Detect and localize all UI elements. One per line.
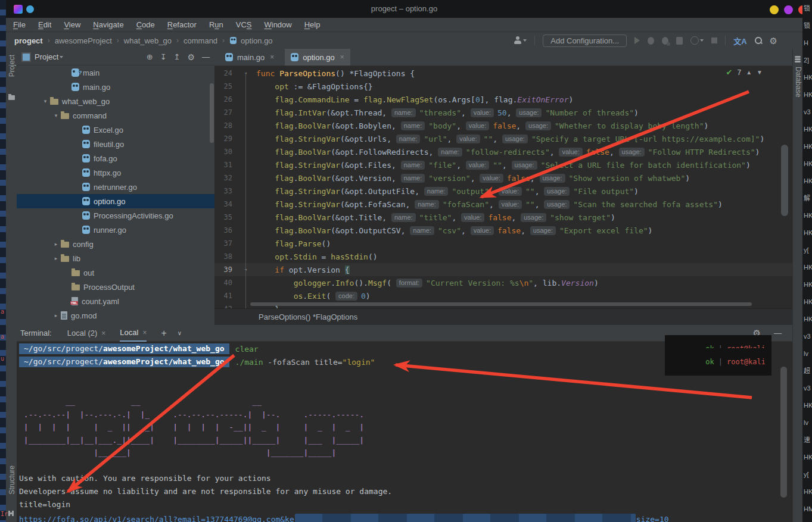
fold-marker-icon[interactable]: ▾	[241, 70, 256, 76]
close-icon[interactable]: ×	[270, 53, 274, 61]
tree-item-config[interactable]: ▸config	[17, 237, 214, 251]
chevron-down-icon[interactable]: ▾	[41, 98, 50, 104]
terminal-panel[interactable]: Terminal: Local (2) × Local × + ∨ ⚙ — ~/…	[17, 325, 792, 522]
breadcrumb-item-awesomeProject[interactable]: awesomeProject	[55, 36, 112, 45]
chevron-down-icon[interactable]: ▾	[51, 112, 61, 118]
terminal-tab-local[interactable]: Local ×	[120, 325, 147, 342]
editor-vertical-scrollbar[interactable]	[781, 145, 788, 216]
breadcrumb-item-command[interactable]: command	[183, 36, 217, 45]
tool-tab-project[interactable]: Project	[8, 55, 16, 79]
code-line-35[interactable]: 35 flag.BoolVar(&opt.Title, name:"title"…	[214, 211, 792, 224]
menu-item-run[interactable]: Run	[209, 20, 223, 29]
code-editor[interactable]: 24▾func ParseOptions() *FlagOptions {25 …	[214, 65, 792, 315]
tool-tab-structure[interactable]: Structure	[8, 465, 16, 497]
hide-panel-icon[interactable]: —	[202, 52, 210, 61]
code-line-38[interactable]: 38 opt.Stdin = hasStdin()	[214, 250, 792, 263]
code-line-31[interactable]: 31 flag.StringVar(&opt.Files, name:"file…	[214, 158, 792, 171]
breadcrumb-item-option.go[interactable]: option.go	[241, 36, 273, 45]
breadcrumb-item-progect[interactable]: progect	[14, 36, 43, 45]
new-terminal-button[interactable]: +	[161, 328, 166, 339]
tree-item-fofa.go[interactable]: fofa.go	[17, 151, 214, 165]
code-line-30[interactable]: 30 flag.BoolVar(&opt.FollowRedirects, na…	[214, 145, 792, 158]
prev-problem-icon[interactable]: ▲	[746, 69, 752, 76]
add-configuration-button[interactable]: Add Configuration...	[543, 35, 627, 47]
window-minimize-button[interactable]	[770, 5, 779, 14]
breadcrumb-item-what_web_go[interactable]: what_web_go	[124, 36, 172, 45]
hide-terminal-icon[interactable]: —	[774, 329, 782, 337]
collapse-all-icon[interactable]: ↥	[174, 52, 181, 61]
locate-file-icon[interactable]: ⊕	[147, 52, 153, 61]
tree-item-httpx.go[interactable]: httpx.go	[17, 165, 214, 180]
menu-item-edit[interactable]: Edit	[38, 20, 51, 29]
code-line-41[interactable]: 41 os.Exit( code:0)	[214, 289, 792, 302]
code-line-24[interactable]: 24▾func ParseOptions() *FlagOptions {	[214, 67, 792, 80]
chevron-right-icon[interactable]: ▸	[51, 312, 61, 318]
run-with-dropdown[interactable]	[690, 36, 704, 45]
menu-item-help[interactable]: Help	[304, 20, 321, 29]
tree-item-netrunner.go[interactable]: netrunner.go	[17, 180, 214, 194]
stop-icon[interactable]	[711, 37, 717, 43]
project-panel-title[interactable]: Project	[35, 52, 58, 61]
debug-icon[interactable]	[648, 37, 654, 45]
tree-item-ProcessingActivities.go[interactable]: ProcessingActivities.go	[17, 208, 214, 223]
code-line-32[interactable]: 32 flag.BoolVar(&opt.Version, name:"vers…	[214, 171, 792, 185]
code-line-26[interactable]: 26 flag.CommandLine = flag.NewFlagSet(os…	[214, 93, 792, 106]
inspections-widget[interactable]: ✔ 7 ▲ ▼	[726, 68, 763, 77]
code-line-34[interactable]: 34 flag.StringVar(&opt.FofaScan, name:"f…	[214, 198, 792, 211]
profiler-icon[interactable]	[676, 37, 683, 45]
next-problem-icon[interactable]: ▼	[757, 69, 763, 76]
tree-item-what_web_go[interactable]: ▾what_web_go	[17, 94, 214, 108]
chevron-down-icon[interactable]: ∨	[178, 330, 182, 336]
chevron-right-icon[interactable]: ▸	[51, 241, 61, 247]
close-icon[interactable]: ×	[142, 329, 147, 337]
code-line-36[interactable]: 36 flag.BoolVar(&opt.OutputCSV, name:"cs…	[214, 224, 792, 237]
chevron-right-icon[interactable]: ▸	[51, 255, 61, 261]
chevron-down-icon[interactable]	[60, 56, 63, 58]
fold-marker-icon[interactable]: ▾	[241, 267, 256, 273]
vcs-user-dropdown[interactable]	[514, 36, 527, 45]
window-maximize-button[interactable]	[784, 5, 793, 14]
tool-tab-database[interactable]: Database	[794, 67, 802, 99]
code-line-40[interactable]: 40 gologger.Info().Msgf( format:"Current…	[214, 276, 792, 289]
code-line-28[interactable]: 28 flag.BoolVar(&opt.Bobylen, name:"body…	[214, 119, 792, 132]
tree-item-lib[interactable]: ▸lib	[17, 251, 214, 265]
code-line-33[interactable]: 33 flag.StringVar(&opt.OutputFile, name:…	[214, 185, 792, 198]
translate-icon[interactable]: 文A	[733, 35, 746, 46]
terminal-tab-local-2[interactable]: Local (2) ×	[67, 325, 106, 342]
expand-all-icon[interactable]: ↧	[160, 52, 167, 61]
settings-gear-icon[interactable]: ⚙	[770, 36, 777, 45]
editor-tab-main-go[interactable]: main.go ×	[219, 49, 280, 65]
menu-item-refactor[interactable]: Refactor	[167, 20, 197, 29]
menu-item-window[interactable]: Window	[264, 20, 291, 29]
tree-item-Excel.go[interactable]: Excel.go	[17, 123, 214, 137]
tree-item-main[interactable]: main	[17, 65, 214, 80]
menu-item-file[interactable]: File	[13, 20, 26, 29]
menu-item-vcs[interactable]: VCS	[236, 20, 252, 29]
code-line-37[interactable]: 37 flag.Parse()	[214, 237, 792, 250]
panel-options-gear-icon[interactable]: ⚙	[187, 52, 195, 62]
tree-item-count.yaml[interactable]: count.yaml	[17, 294, 214, 308]
menu-item-code[interactable]: Code	[136, 20, 155, 29]
editor-breadcrumb-footer[interactable]: ParseOptions() *FlagOptions	[214, 308, 792, 325]
coverage-icon[interactable]	[662, 37, 668, 45]
tree-item-ProcessOutput[interactable]: ProcessOutput	[17, 280, 214, 294]
tree-item-option.go[interactable]: option.go	[17, 194, 214, 208]
editor-horizontal-scrollbar[interactable]	[250, 302, 752, 306]
code-line-27[interactable]: 27 flag.IntVar(&opt.Thread, name:"thread…	[214, 106, 792, 119]
terminal-scrollbar[interactable]	[780, 367, 787, 498]
code-line-29[interactable]: 29 flag.StringVar(&opt.Urls, name:"url",…	[214, 132, 792, 145]
menu-item-view[interactable]: View	[64, 20, 80, 29]
close-icon[interactable]: ×	[340, 53, 344, 61]
tree-item-command[interactable]: ▾command	[17, 108, 214, 123]
tree-item-fileutil.go[interactable]: fileutil.go	[17, 137, 214, 151]
close-icon[interactable]: ×	[101, 329, 105, 337]
search-icon[interactable]	[755, 37, 762, 44]
run-icon[interactable]	[634, 37, 640, 44]
tree-item-main.go[interactable]: main.go	[17, 80, 214, 94]
tree-item-go.mod[interactable]: ▸go.mod	[17, 308, 214, 323]
tree-item-runner.go[interactable]: runner.go	[17, 223, 214, 237]
code-line-25[interactable]: 25 opt := &FlagOptions{}	[214, 80, 792, 93]
tree-item-out[interactable]: out	[17, 265, 214, 280]
project-tree-scrollbar[interactable]	[210, 83, 214, 143]
menu-item-navigate[interactable]: Navigate	[93, 20, 123, 29]
